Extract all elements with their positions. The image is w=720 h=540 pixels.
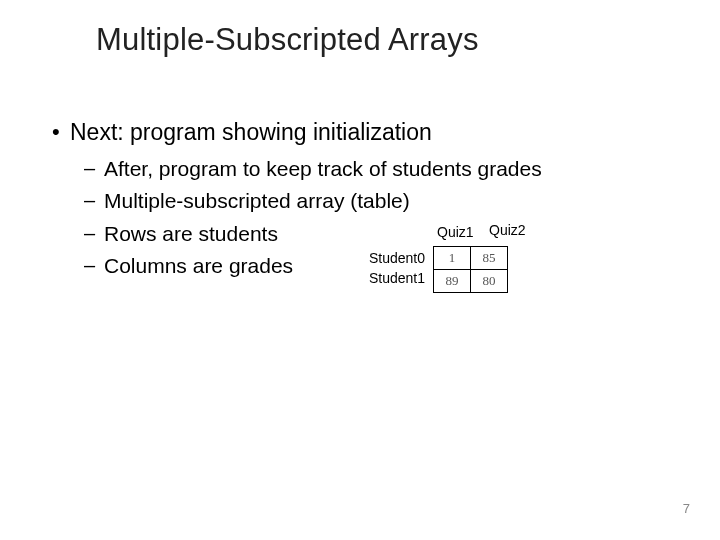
col-header: Quiz1 [437, 224, 474, 240]
table-data: 1 85 89 80 [433, 246, 508, 293]
table-col-headers: Quiz1 Quiz2 [433, 222, 508, 242]
row-header: Student0 [353, 250, 433, 266]
bullet-sub: Multiple-subscripted array (table) [48, 185, 668, 218]
table-row: 1 85 [434, 247, 508, 270]
col-header: Quiz2 [489, 222, 526, 238]
table-cell: 80 [471, 270, 508, 293]
slide: Multiple-Subscripted Arrays Next: progra… [0, 0, 720, 540]
table-cell: 1 [434, 247, 471, 270]
slide-title: Multiple-Subscripted Arrays [96, 22, 479, 58]
page-number: 7 [683, 501, 690, 516]
table-cell: 85 [471, 247, 508, 270]
table-row: 89 80 [434, 270, 508, 293]
bullet-sub: After, program to keep track of students… [48, 153, 668, 186]
table-cell: 89 [434, 270, 471, 293]
bullet-main: Next: program showing initialization [48, 118, 668, 147]
row-header: Student1 [353, 270, 433, 286]
grades-table: Quiz1 Quiz2 Student0 Student1 1 85 89 80 [433, 222, 508, 293]
table-row-headers: Student0 Student1 [353, 246, 433, 286]
